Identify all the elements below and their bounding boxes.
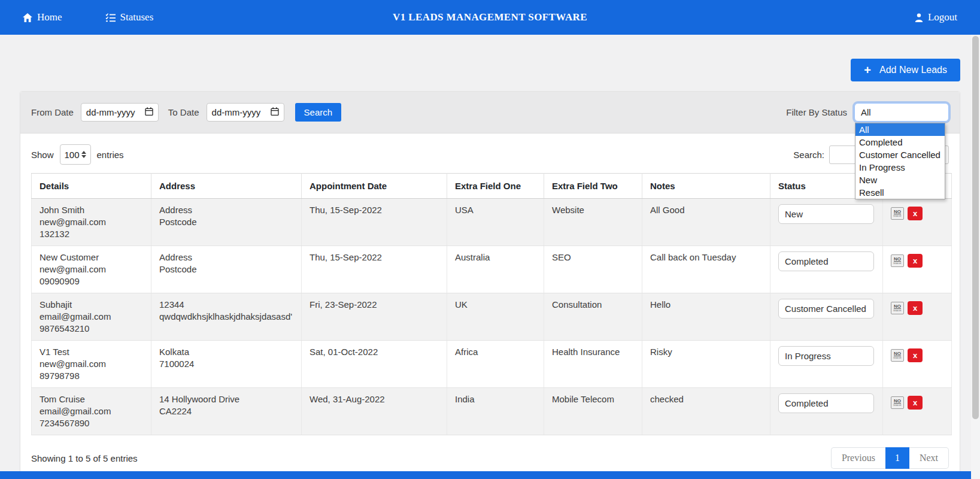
leads-table: Details Address Appointment Date Extra F… xyxy=(31,173,952,435)
scrollbar[interactable] xyxy=(971,35,980,479)
lead-phone: 89798798 xyxy=(40,370,143,382)
show-label: Show xyxy=(31,150,54,160)
status-filter-value: All xyxy=(861,107,871,117)
extra-field-one-cell: Australia xyxy=(447,246,544,293)
address-cell: AddressPostcode xyxy=(151,199,302,246)
actions-cell: NOIMAGE x xyxy=(883,199,952,246)
address-cell: AddressPostcode xyxy=(151,246,302,293)
nav-logout-link[interactable]: Logout xyxy=(915,11,957,23)
appointment-date-cell: Fri, 23-Sep-2022 xyxy=(302,293,447,341)
appointment-date-cell: Thu, 15-Sep-2022 xyxy=(302,246,447,293)
showing-entries-text: Showing 1 to 5 of 5 entries xyxy=(31,453,138,463)
nav-statuses-link[interactable]: Statuses xyxy=(105,11,154,23)
details-cell: V1 Test new@gmail.com 89798798 xyxy=(32,341,151,388)
address-cell: Kolkata7100024 xyxy=(151,341,302,388)
details-cell: New Customer new@gmail.com 09090909 xyxy=(32,246,151,293)
table-row: John Smith new@gmail.com 132132 AddressP… xyxy=(32,199,952,246)
nav-logout-label: Logout xyxy=(928,11,957,23)
delete-lead-button[interactable]: x xyxy=(908,254,923,268)
status-cell: Completed xyxy=(770,388,883,435)
no-image-icon[interactable]: NOIMAGE xyxy=(891,349,904,362)
col-header-notes[interactable]: Notes xyxy=(642,174,770,199)
navbar: Home Statuses V1 LEADS MANAGEMENT SOFTWA… xyxy=(0,0,980,35)
status-option-new[interactable]: New xyxy=(855,174,945,186)
nav-statuses-label: Statuses xyxy=(120,11,154,23)
col-header-appointment-date[interactable]: Appointment Date xyxy=(302,174,447,199)
table-row: Subhajit email@gmail.com 9876543210 1234… xyxy=(32,293,952,341)
entries-label: entries xyxy=(97,150,124,160)
col-header-extra-field-one[interactable]: Extra Field One xyxy=(447,174,544,199)
col-header-extra-field-two[interactable]: Extra Field Two xyxy=(544,174,642,199)
delete-lead-button[interactable]: x xyxy=(908,396,923,410)
status-option-customer-cancelled[interactable]: Customer Cancelled xyxy=(855,148,945,161)
to-date-value: dd-mm-yyyy xyxy=(212,107,261,117)
notes-cell: Hello xyxy=(642,293,770,341)
lead-email: new@gmail.com xyxy=(40,263,143,275)
status-filter-select[interactable]: All xyxy=(854,103,949,122)
actions-cell: NOIMAGE x xyxy=(883,388,952,435)
calendar-icon[interactable] xyxy=(271,107,279,117)
calendar-icon[interactable] xyxy=(145,107,153,117)
notes-cell: Risky xyxy=(642,341,770,388)
notes-cell: checked xyxy=(642,388,770,435)
appointment-date-cell: Thu, 15-Sep-2022 xyxy=(302,199,447,246)
status-cell: In Progress xyxy=(770,341,883,388)
extra-field-two-cell: Website xyxy=(544,199,642,246)
footer-bar xyxy=(0,471,980,479)
address-cell: 12344qwdqwdkhsjklhaskjdhaksjdasasd' xyxy=(151,293,302,341)
from-date-label: From Date xyxy=(31,107,74,117)
from-date-input[interactable]: dd-mm-yyyy xyxy=(81,103,159,122)
extra-field-two-cell: SEO xyxy=(544,246,642,293)
row-status-select[interactable]: Completed xyxy=(778,251,874,271)
user-icon xyxy=(915,13,923,22)
nav-home-link[interactable]: Home xyxy=(23,11,62,23)
no-image-icon[interactable]: NOIMAGE xyxy=(891,302,904,314)
filter-by-status-label: Filter By Status xyxy=(786,107,847,117)
row-status-select[interactable]: Completed xyxy=(778,393,874,413)
lead-email: email@gmail.com xyxy=(40,405,143,417)
delete-lead-button[interactable]: x xyxy=(908,207,923,220)
leads-card: From Date dd-mm-yyyy To Date dd-mm-yyyy … xyxy=(20,91,960,479)
no-image-icon[interactable]: NOIMAGE xyxy=(891,207,904,220)
appointment-date-cell: Wed, 31-Aug-2022 xyxy=(302,388,447,435)
actions-cell: NOIMAGE x xyxy=(883,246,952,293)
pagination-next-button[interactable]: Next xyxy=(909,447,949,469)
table-controls: Show 100 entries Search: xyxy=(20,134,960,173)
notes-cell: Call back on Tuesday xyxy=(642,246,770,293)
status-option-in-progress[interactable]: In Progress xyxy=(855,161,945,174)
lead-name: Subhajit xyxy=(40,299,143,311)
search-label: Search: xyxy=(793,150,824,160)
scrollbar-thumb[interactable] xyxy=(972,36,979,419)
table-row: Tom Cruise email@gmail.com 7234567890 14… xyxy=(32,388,952,435)
lead-name: New Customer xyxy=(40,251,143,263)
col-header-details[interactable]: Details xyxy=(32,174,151,199)
add-new-leads-button[interactable]: + Add New Leads xyxy=(851,59,960,81)
notes-cell: All Good xyxy=(642,199,770,246)
no-image-icon[interactable]: NOIMAGE xyxy=(891,254,904,267)
table-header-row: Details Address Appointment Date Extra F… xyxy=(32,174,952,199)
col-header-address[interactable]: Address xyxy=(151,174,302,199)
status-option-all[interactable]: All xyxy=(855,123,945,136)
no-image-icon[interactable]: NOIMAGE xyxy=(891,396,904,409)
extra-field-one-cell: UK xyxy=(447,293,544,341)
row-status-select[interactable]: New xyxy=(778,204,874,224)
details-cell: Tom Cruise email@gmail.com 7234567890 xyxy=(32,388,151,435)
date-search-button[interactable]: Search xyxy=(295,103,342,122)
to-date-input[interactable]: dd-mm-yyyy xyxy=(207,103,284,122)
plus-icon: + xyxy=(864,64,871,76)
row-status-select[interactable]: In Progress xyxy=(778,346,874,366)
pagination-page-1-button[interactable]: 1 xyxy=(885,447,909,469)
extra-field-two-cell: Consultation xyxy=(544,293,642,341)
status-cell: Completed xyxy=(770,246,883,293)
status-option-completed[interactable]: Completed xyxy=(855,136,945,148)
status-filter-dropdown: All Completed Customer Cancelled In Prog… xyxy=(855,123,945,199)
list-check-icon xyxy=(105,13,116,22)
lead-email: new@gmail.com xyxy=(40,358,143,370)
delete-lead-button[interactable]: x xyxy=(908,301,923,315)
row-status-select[interactable]: Customer Cancelled xyxy=(778,299,874,319)
page-length-select[interactable]: 100 xyxy=(60,144,91,165)
status-option-resell[interactable]: Resell xyxy=(855,186,945,199)
pagination-previous-button[interactable]: Previous xyxy=(831,447,885,469)
delete-lead-button[interactable]: x xyxy=(908,348,923,362)
status-cell: Customer Cancelled xyxy=(770,293,883,341)
